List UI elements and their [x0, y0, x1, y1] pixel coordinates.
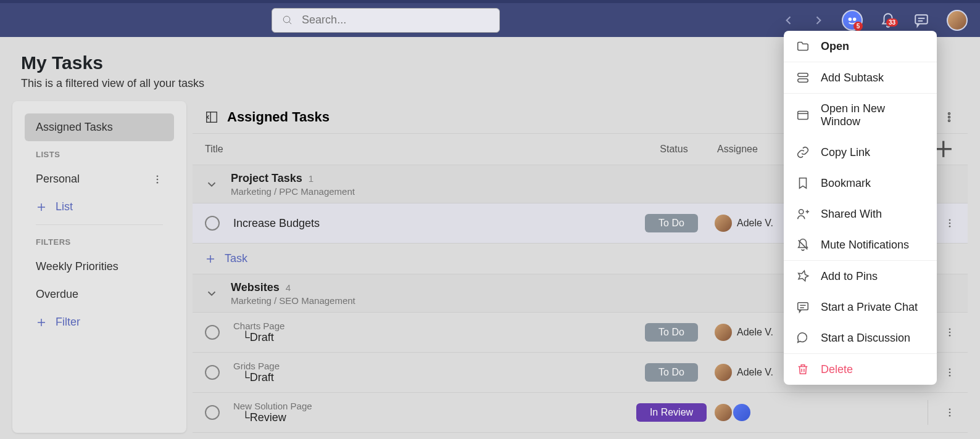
menu-item-label: Delete [821, 363, 853, 376]
bot-avatar[interactable]: 5 [842, 10, 863, 31]
svg-line-1 [289, 22, 291, 24]
menu-item-add-to-pins[interactable]: Add to Pins [784, 261, 937, 292]
notifications-badge: 33 [886, 18, 898, 27]
menu-item-label: Shared With [821, 208, 882, 221]
menu-item-start-a-discussion[interactable]: Start a Discussion [784, 322, 937, 353]
messages-button[interactable] [913, 12, 929, 28]
svg-rect-41 [798, 303, 808, 310]
menu-item-label: Start a Private Chat [821, 301, 918, 314]
svg-point-3 [853, 18, 856, 20]
menu-item-label: Add to Pins [821, 270, 878, 283]
subtask-icon [796, 71, 810, 84]
menu-item-label: Start a Discussion [821, 332, 910, 345]
menu-item-bookmark[interactable]: Bookmark [784, 168, 937, 199]
menu-item-label: Bookmark [821, 177, 871, 190]
svg-rect-35 [798, 112, 808, 120]
discussion-icon [796, 331, 810, 345]
mute-icon [796, 238, 810, 252]
bot-badge: 5 [853, 22, 863, 31]
search-box[interactable] [272, 8, 500, 33]
share-icon [796, 207, 810, 221]
search-input[interactable] [302, 14, 489, 27]
menu-item-label: Copy Link [821, 146, 870, 159]
menu-item-label: Open in New Window [821, 102, 924, 128]
nav-forward-button[interactable] [812, 14, 824, 27]
svg-rect-4 [915, 15, 928, 23]
notifications-button[interactable]: 33 [880, 12, 896, 28]
menu-item-delete[interactable]: Delete [784, 354, 937, 385]
svg-rect-33 [798, 73, 808, 77]
folder-icon [796, 39, 810, 53]
menu-item-copy-link[interactable]: Copy Link [784, 137, 937, 168]
svg-point-37 [799, 210, 804, 214]
user-avatar[interactable] [947, 10, 968, 31]
menu-item-shared-with[interactable]: Shared With [784, 199, 937, 229]
search-icon [282, 14, 293, 27]
menu-item-mute-notifications[interactable]: Mute Notifications [784, 229, 937, 260]
menu-item-start-a-private-chat[interactable]: Start a Private Chat [784, 292, 937, 322]
bookmark-icon [796, 176, 810, 190]
context-menu: OpenAdd SubtaskOpen in New WindowCopy Li… [784, 31, 937, 385]
nav-back-button[interactable] [783, 14, 795, 27]
menu-item-label: Open [821, 40, 849, 53]
trash-icon [796, 363, 810, 376]
menu-item-label: Mute Notifications [821, 239, 909, 252]
menu-item-add-subtask[interactable]: Add Subtask [784, 62, 937, 93]
svg-rect-34 [798, 79, 808, 82]
menu-item-open-in-new-window[interactable]: Open in New Window [784, 94, 937, 137]
svg-point-2 [849, 18, 852, 20]
window-icon [796, 109, 810, 122]
svg-point-0 [283, 16, 290, 23]
chat-icon [796, 300, 810, 314]
menu-item-label: Add Subtask [821, 72, 884, 84]
menu-item-open[interactable]: Open [784, 31, 937, 62]
link-icon [796, 146, 810, 159]
pin-icon [796, 269, 810, 283]
